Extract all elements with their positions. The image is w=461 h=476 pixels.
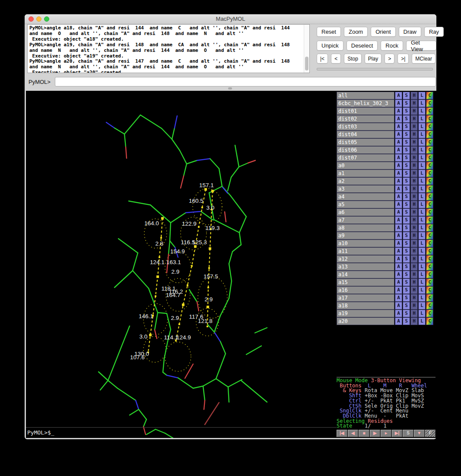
object-c-button[interactable]: C [426, 146, 433, 154]
object-h-button[interactable]: H [410, 240, 418, 247]
object-c-button[interactable]: C [426, 162, 433, 169]
object-h-button[interactable]: H [410, 115, 418, 123]
rock-button[interactable]: Rock [381, 41, 403, 51]
object-a-button[interactable]: A [395, 131, 402, 138]
object-name-a5[interactable]: a5 [337, 201, 394, 208]
object-h-button[interactable]: H [410, 99, 418, 107]
object-h-button[interactable]: H [410, 177, 418, 185]
object-name-dist07[interactable]: dist07 [337, 154, 394, 162]
object-l-button[interactable]: L [418, 286, 426, 294]
object-name-a11[interactable]: a11 [337, 247, 394, 255]
object-s-button[interactable]: S [403, 263, 410, 271]
object-h-button[interactable]: H [410, 185, 418, 193]
object-a-button[interactable]: A [395, 271, 402, 278]
object-name-all[interactable]: all [337, 92, 394, 99]
object-a-button[interactable]: A [395, 310, 402, 317]
object-l-button[interactable]: L [418, 255, 426, 263]
object-l-button[interactable]: L [418, 162, 426, 169]
object-name-a10[interactable]: a10 [337, 240, 394, 247]
object-a-button[interactable]: A [395, 294, 402, 302]
zoom-button[interactable]: Zoom [344, 27, 368, 37]
object-s-button[interactable]: S [403, 177, 410, 185]
object-name-a15[interactable]: a15 [337, 278, 394, 286]
object-s-button[interactable]: S [403, 278, 410, 286]
object-a-button[interactable]: A [395, 263, 402, 271]
3d-viewport[interactable]: 157.1160.53.0164.0122.9119.3116.5125.32.… [26, 91, 337, 438]
object-l-button[interactable]: L [418, 216, 426, 224]
object-c-button[interactable]: C [426, 169, 433, 177]
object-s-button[interactable]: S [403, 310, 410, 317]
object-s-button[interactable]: S [403, 115, 410, 123]
object-name-a16[interactable]: a16 [337, 286, 394, 294]
object-c-button[interactable]: C [426, 154, 433, 162]
object-a-button[interactable]: A [395, 224, 402, 232]
splitter-handle[interactable] [228, 87, 232, 89]
object-a-button[interactable]: A [395, 169, 402, 177]
object-a-button[interactable]: A [395, 286, 402, 294]
object-a-button[interactable]: A [395, 162, 402, 169]
orient-button[interactable]: Orient [371, 27, 395, 37]
object-h-button[interactable]: H [410, 302, 418, 310]
object-s-button[interactable]: S [403, 193, 410, 201]
object-s-button[interactable]: S [403, 99, 410, 107]
object-name-a2[interactable]: a2 [337, 177, 394, 185]
object-c-button[interactable]: C [426, 99, 433, 107]
object-l-button[interactable]: L [418, 263, 426, 271]
object-l-button[interactable]: L [418, 177, 426, 185]
object-s-button[interactable]: S [403, 232, 410, 240]
object-a-button[interactable]: A [395, 177, 402, 185]
object-h-button[interactable]: H [410, 271, 418, 278]
object-c-button[interactable]: C [426, 310, 433, 317]
object-l-button[interactable]: L [418, 240, 426, 247]
frame-back-button[interactable]: ◀ [348, 430, 359, 437]
object-name-a13[interactable]: a13 [337, 263, 394, 271]
object-l-button[interactable]: L [418, 201, 426, 208]
object-s-button[interactable]: S [403, 216, 410, 224]
object-h-button[interactable]: H [410, 131, 418, 138]
object-s-button[interactable]: S [403, 131, 410, 138]
object-h-button[interactable]: H [410, 232, 418, 240]
resize-grip[interactable]: F [425, 430, 436, 437]
scene-button[interactable]: S [403, 430, 413, 437]
object-name-6cbc_helix_302_3[interactable]: 6cbc_helix_302_3 [337, 99, 394, 107]
object-l-button[interactable]: L [418, 278, 426, 286]
frame-last-button[interactable]: ▶| [392, 430, 403, 437]
get-view-button[interactable]: Get View [406, 41, 436, 51]
object-s-button[interactable]: S [403, 201, 410, 208]
object-s-button[interactable]: S [403, 92, 410, 99]
frame-first-button[interactable]: |◀ [337, 430, 347, 437]
object-h-button[interactable]: H [410, 317, 418, 325]
object-l-button[interactable]: L [418, 115, 426, 123]
object-l-button[interactable]: L [418, 185, 426, 193]
object-name-a19[interactable]: a19 [337, 310, 394, 317]
object-s-button[interactable]: S [403, 271, 410, 278]
object-c-button[interactable]: C [426, 131, 433, 138]
object-c-button[interactable]: C [426, 138, 433, 146]
console-scrollbar-thumb[interactable] [305, 57, 308, 70]
object-a-button[interactable]: A [395, 255, 402, 263]
object-c-button[interactable]: C [426, 263, 433, 271]
object-name-a4[interactable]: a4 [337, 193, 394, 201]
object-s-button[interactable]: S [403, 255, 410, 263]
object-c-button[interactable]: C [426, 208, 433, 216]
unpick-button[interactable]: Unpick [317, 41, 343, 51]
object-h-button[interactable]: H [410, 294, 418, 302]
object-l-button[interactable]: L [418, 224, 426, 232]
object-a-button[interactable]: A [395, 146, 402, 154]
object-l-button[interactable]: L [418, 294, 426, 302]
object-l-button[interactable]: L [418, 169, 426, 177]
object-l-button[interactable]: L [418, 154, 426, 162]
object-h-button[interactable]: H [410, 107, 418, 115]
object-h-button[interactable]: H [410, 224, 418, 232]
object-c-button[interactable]: C [426, 224, 433, 232]
object-a-button[interactable]: A [395, 185, 402, 193]
object-s-button[interactable]: S [403, 169, 410, 177]
object-c-button[interactable]: C [426, 201, 433, 208]
object-s-button[interactable]: S [403, 123, 410, 131]
object-s-button[interactable]: S [403, 302, 410, 310]
object-c-button[interactable]: C [426, 240, 433, 247]
object-h-button[interactable]: H [410, 286, 418, 294]
object-name-a3[interactable]: a3 [337, 185, 394, 193]
object-a-button[interactable]: A [395, 208, 402, 216]
object-a-button[interactable]: A [395, 92, 402, 99]
